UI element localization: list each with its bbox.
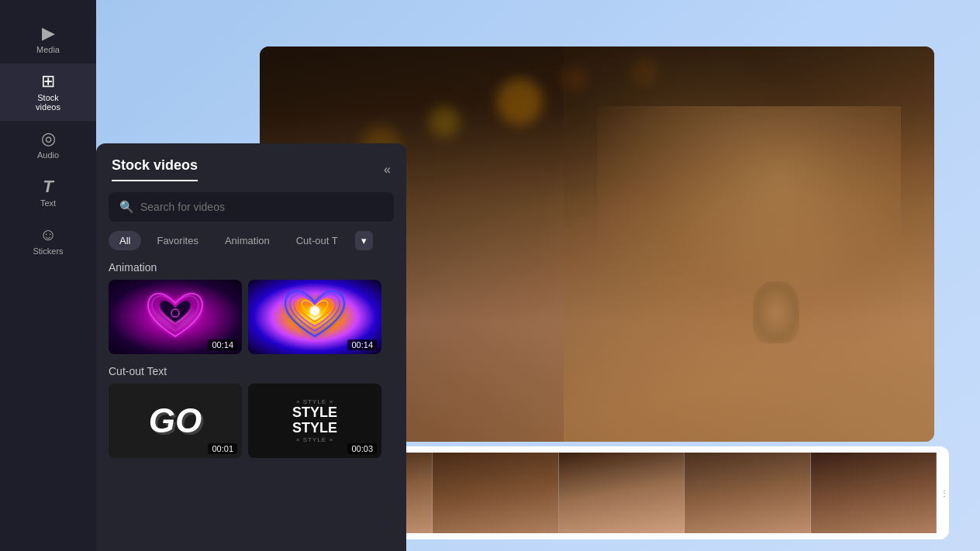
timeline-frame-2 — [433, 453, 558, 533]
search-input[interactable] — [140, 201, 383, 213]
sidebar-item-stickers-label: Stickers — [33, 246, 63, 256]
section-cutout-label: Cut-out Text — [96, 354, 406, 384]
stock-videos-panel: Stock videos « 🔍 All Favorites Animation… — [96, 143, 406, 551]
sticker-icon: ☺ — [40, 226, 57, 243]
glass-shape — [753, 281, 799, 343]
audio-icon: ◎ — [41, 130, 56, 147]
animation-video-grid: 00:14 — [96, 280, 406, 354]
search-bar: 🔍 — [109, 192, 394, 222]
text-icon: T — [43, 178, 53, 195]
play-icon: ▶ — [42, 25, 55, 42]
style-text: × STYLE × STYLE STYLE × STYLE × — [292, 398, 337, 443]
sidebar-item-media-label: Media — [36, 45, 60, 54]
sidebar-item-media[interactable]: ▶ Media — [0, 15, 96, 64]
panel-header: Stock videos « — [96, 143, 406, 181]
sidebar-item-stock-videos[interactable]: ⊞ Stockvideos — [0, 64, 96, 121]
video-duration-style: 00:03 — [347, 443, 377, 454]
go-text: GO — [149, 401, 202, 440]
video-duration-go: 00:01 — [208, 443, 237, 454]
sidebar-item-stock-label: Stockvideos — [36, 93, 60, 112]
timeline-handle-right[interactable]: ⋮ — [940, 446, 949, 539]
pink-heart-visual — [136, 286, 214, 348]
video-thumb-style[interactable]: × STYLE × STYLE STYLE × STYLE × 00:03 — [248, 384, 381, 458]
cutout-video-grid: GO 00:01 × STYLE × STYLE STYLE × STYLE ×… — [96, 384, 406, 458]
grid-icon: ⊞ — [41, 73, 55, 90]
panel-collapse-button[interactable]: « — [384, 163, 391, 177]
panel-title: Stock videos — [112, 157, 198, 181]
video-duration-pink-heart: 00:14 — [208, 339, 237, 350]
filter-tabs: All Favorites Animation Cut-out T ▾ — [96, 222, 406, 250]
sidebar: ▶ Media ⊞ Stockvideos ◎ Audio T Text ☺ S… — [0, 0, 96, 551]
video-thumb-pink-heart[interactable]: 00:14 — [109, 280, 242, 354]
filter-tab-favorites[interactable]: Favorites — [146, 231, 209, 250]
filter-tab-animation[interactable]: Animation — [214, 231, 281, 250]
skin-highlight — [597, 106, 901, 343]
filter-dropdown[interactable]: ▾ — [355, 231, 373, 250]
blue-heart-visual — [276, 286, 354, 348]
sidebar-item-audio-label: Audio — [37, 150, 59, 160]
search-icon: 🔍 — [119, 200, 134, 214]
filter-tab-cutout[interactable]: Cut-out T — [285, 231, 349, 250]
timeline-frame-4 — [685, 453, 810, 533]
sidebar-item-stickers[interactable]: ☺ Stickers — [0, 217, 96, 265]
svg-point-0 — [171, 309, 179, 317]
video-thumb-go[interactable]: GO 00:01 — [109, 384, 242, 458]
video-thumb-blue-heart[interactable]: 00:14 — [248, 280, 381, 354]
sidebar-item-text[interactable]: T Text — [0, 169, 96, 217]
sidebar-item-text-label: Text — [40, 198, 56, 208]
section-animation-label: Animation — [96, 250, 406, 280]
video-duration-blue-heart: 00:14 — [347, 339, 377, 350]
svg-point-1 — [310, 306, 319, 315]
timeline-frame-3 — [559, 453, 685, 533]
timeline-frame-5 — [811, 453, 937, 533]
filter-tab-all[interactable]: All — [109, 231, 141, 250]
sidebar-item-audio[interactable]: ◎ Audio — [0, 121, 96, 169]
